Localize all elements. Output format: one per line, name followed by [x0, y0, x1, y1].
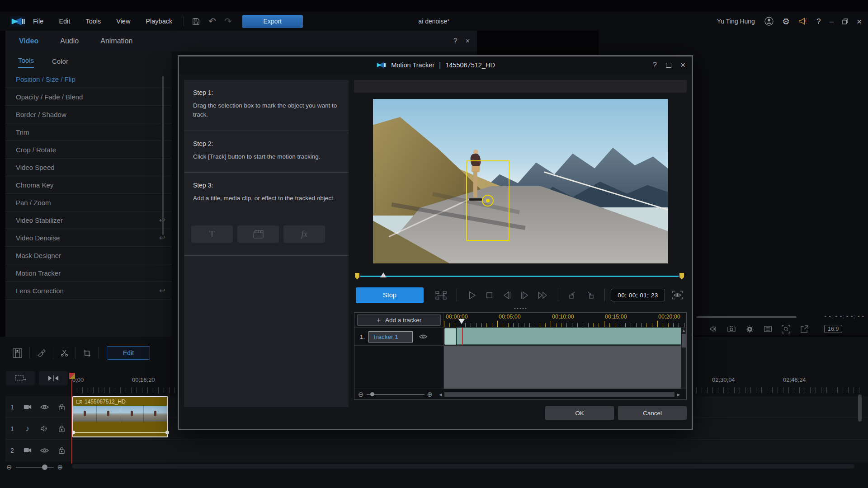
tracker-zoom-thumb[interactable] — [370, 392, 374, 396]
drag-handle-dots[interactable] — [514, 308, 527, 309]
close-icon[interactable]: × — [857, 17, 862, 26]
tool-item-position-size-flip[interactable]: Position / Size / Flip — [5, 70, 172, 88]
playhead-marker[interactable] — [69, 373, 75, 379]
dialog-help-icon[interactable]: ? — [653, 61, 657, 69]
crop-timeline-icon[interactable] — [83, 349, 91, 357]
scissors-icon[interactable] — [61, 349, 68, 357]
tracker-zoom-out-icon[interactable]: ⊖ — [358, 390, 364, 399]
tool-item-opacity-fade-blend[interactable]: Opacity / Fade / Blend — [5, 88, 172, 106]
eye-icon[interactable] — [36, 448, 53, 453]
minimize-icon[interactable]: – — [829, 18, 833, 25]
restore-icon[interactable] — [842, 19, 848, 24]
timeline-playhead[interactable] — [71, 380, 72, 464]
video-preview[interactable] — [373, 99, 668, 263]
timeline-ruler[interactable] — [71, 387, 176, 393]
mark-in-flag[interactable] — [355, 273, 359, 280]
add-title-button[interactable]: T — [191, 225, 233, 243]
track-segments-icon[interactable] — [435, 291, 447, 300]
gear-icon[interactable]: ⚙ — [782, 17, 790, 26]
menu-edit[interactable]: Edit — [51, 18, 78, 25]
subtab-color[interactable]: Color — [52, 57, 68, 68]
tool-item-mask-designer[interactable]: Mask Designer — [5, 247, 172, 264]
menu-tools[interactable]: Tools — [78, 18, 108, 25]
lock-icon[interactable] — [53, 447, 70, 454]
tool-item-border-shadow[interactable]: Border / Shadow — [5, 106, 172, 123]
user-avatar-icon[interactable] — [764, 17, 774, 26]
tab-video[interactable]: Video — [19, 37, 38, 45]
razor-icon[interactable] — [37, 349, 46, 357]
aspect-ratio-badge[interactable]: 16:9 — [824, 325, 842, 333]
timecode-display[interactable]: 00; 00; 01; 23 — [611, 289, 665, 301]
dialog-maximize-icon[interactable] — [666, 63, 671, 68]
tab-animation[interactable]: Animation — [100, 37, 132, 45]
transition-button[interactable] — [39, 371, 68, 385]
mark-out-flag[interactable] — [679, 273, 684, 280]
panel-close-icon[interactable]: × — [466, 37, 470, 45]
clip-handle-right[interactable] — [165, 431, 169, 434]
menu-file[interactable]: File — [25, 18, 51, 25]
tool-item-trim[interactable]: Trim — [5, 123, 172, 141]
tool-item-chroma-key[interactable]: Chroma Key — [5, 176, 172, 194]
tracker-zoom-in-icon[interactable]: ⊕ — [427, 390, 433, 399]
tracker-v-scrollbar[interactable]: ▴ — [681, 328, 686, 389]
tool-item-crop-rotate[interactable]: Crop / Rotate — [5, 141, 172, 159]
mark-out-icon[interactable] — [585, 291, 594, 300]
tracking-target-icon[interactable] — [482, 195, 494, 206]
tool-item-video-denoise[interactable]: Video Denoise↩ — [5, 229, 172, 247]
tracker-h-scrollbar[interactable] — [444, 392, 675, 397]
help-icon[interactable]: ? — [816, 18, 821, 25]
mark-in-icon[interactable] — [568, 291, 577, 300]
reset-icon[interactable]: ↩ — [159, 286, 165, 296]
lane-video2[interactable] — [70, 440, 868, 461]
menu-view[interactable]: View — [108, 18, 138, 25]
menu-playback[interactable]: Playback — [138, 18, 180, 25]
dialog-close-icon[interactable]: × — [680, 60, 685, 70]
snapshot-icon[interactable] — [727, 325, 736, 333]
tracker-name-input[interactable]: Tracker 1 — [368, 331, 413, 343]
ok-button[interactable]: OK — [545, 406, 614, 420]
speaker-icon[interactable] — [710, 326, 717, 332]
play-icon[interactable] — [467, 291, 476, 300]
save-icon[interactable] — [192, 17, 200, 26]
add-track-button[interactable] — [6, 371, 35, 385]
preview-seekbar[interactable] — [355, 272, 684, 280]
tracked-region[interactable] — [457, 328, 681, 345]
tab-audio[interactable]: Audio — [60, 37, 79, 45]
subtab-tools[interactable]: Tools — [18, 56, 34, 68]
tracker-playhead[interactable] — [458, 319, 465, 324]
edit-button[interactable]: Edit — [107, 346, 150, 360]
add-tracker-button[interactable]: + Add a tracker — [357, 314, 441, 326]
timeline-h-scrollbar[interactable] — [72, 464, 854, 469]
tracker-track[interactable] — [444, 328, 686, 345]
tracker-zoom-slider[interactable] — [367, 394, 425, 395]
tool-item-video-speed[interactable]: Video Speed — [5, 159, 172, 176]
preview-zoom-icon[interactable] — [782, 325, 790, 333]
chapter-list-icon[interactable] — [764, 326, 772, 332]
lock-icon[interactable] — [53, 425, 70, 432]
tracker-v-thumb[interactable] — [682, 334, 686, 347]
tracking-selection-box[interactable] — [466, 160, 509, 241]
zoom-out-icon[interactable]: ⊖ — [6, 463, 12, 471]
tracker-eye-icon[interactable] — [419, 334, 427, 339]
zoom-in-icon[interactable]: ⊕ — [57, 463, 63, 471]
megaphone-icon[interactable] — [798, 17, 808, 25]
track-manager-icon[interactable] — [13, 348, 22, 358]
tracker-row[interactable]: 1. Tracker 1 — [354, 328, 686, 346]
timeline-v-scrollbar[interactable] — [858, 394, 862, 422]
detach-preview-icon[interactable] — [800, 325, 809, 333]
add-effect-button[interactable]: fx — [283, 225, 325, 243]
render-preview-icon[interactable] — [745, 325, 754, 333]
cancel-button[interactable]: Cancel — [618, 406, 687, 420]
scroll-right-icon[interactable]: ▸ — [677, 391, 680, 398]
tool-item-lens-correction[interactable]: Lens Correction↩ — [5, 282, 172, 300]
fast-forward-icon[interactable] — [538, 291, 548, 300]
stop-square-icon[interactable] — [485, 291, 494, 300]
seek-line[interactable] — [360, 276, 679, 277]
zoom-slider[interactable] — [16, 467, 54, 468]
timeline-ruler[interactable] — [696, 387, 862, 393]
tool-item-video-stabilizer[interactable]: Video Stabilizer↩ — [5, 211, 172, 229]
redo-icon[interactable]: ↷ — [224, 17, 232, 26]
scroll-left-icon[interactable]: ◂ — [439, 391, 442, 398]
next-frame-icon[interactable] — [520, 291, 529, 300]
preview-quality-eye-icon[interactable] — [672, 291, 683, 300]
